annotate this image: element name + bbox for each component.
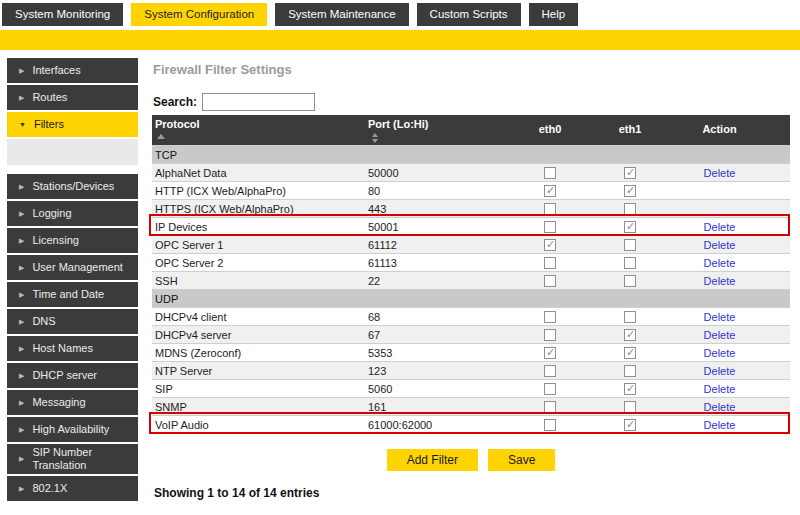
delete-link[interactable]: Delete bbox=[704, 239, 736, 251]
sidebar-nav: ▶Interfaces▶Routes▼Filters▶Stations/Devi… bbox=[7, 58, 138, 503]
sidebar-item-messaging[interactable]: ▶Messaging bbox=[7, 390, 138, 415]
sidebar-item-label: Routes bbox=[32, 91, 67, 104]
button-row: Add Filter Save bbox=[152, 449, 790, 471]
eth1-checkbox[interactable] bbox=[624, 275, 636, 287]
port-cell: 5060 bbox=[365, 380, 510, 398]
eth0-checkbox[interactable] bbox=[544, 383, 556, 395]
table-header-row: Protocol Port (Lo:Hi) eth0 eth1 Action bbox=[152, 115, 790, 146]
column-header-protocol[interactable]: Protocol bbox=[152, 115, 365, 146]
sidebar-item-label: User Management bbox=[32, 261, 123, 274]
eth1-cell bbox=[590, 326, 670, 344]
eth0-checkbox[interactable] bbox=[544, 329, 556, 341]
sidebar-item-stations-devices[interactable]: ▶Stations/Devices bbox=[7, 174, 138, 199]
eth0-checkbox[interactable] bbox=[544, 401, 556, 413]
delete-link[interactable]: Delete bbox=[704, 311, 736, 323]
eth1-checkbox[interactable] bbox=[624, 257, 636, 269]
port-cell: 61000:62000 bbox=[365, 416, 510, 434]
port-cell: 67 bbox=[365, 326, 510, 344]
chevron-right-icon: ▶ bbox=[19, 426, 24, 434]
eth1-checkbox[interactable] bbox=[624, 311, 636, 323]
eth1-checkbox[interactable] bbox=[624, 419, 636, 431]
sidebar-item-label: 802.1X bbox=[32, 482, 67, 495]
eth1-checkbox[interactable] bbox=[624, 347, 636, 359]
eth0-checkbox[interactable] bbox=[544, 221, 556, 233]
eth0-cell bbox=[510, 326, 590, 344]
sidebar-item-label: Filters bbox=[34, 118, 64, 131]
delete-link[interactable]: Delete bbox=[704, 383, 736, 395]
eth0-checkbox[interactable] bbox=[544, 311, 556, 323]
eth0-checkbox[interactable] bbox=[544, 185, 556, 197]
column-header-port-label: Port (Lo:Hi) bbox=[368, 118, 428, 130]
sidebar-item-licensing[interactable]: ▶Licensing bbox=[7, 228, 138, 253]
tab-help[interactable]: Help bbox=[529, 3, 579, 26]
sidebar-item-label: DHCP server bbox=[32, 369, 97, 382]
eth1-checkbox[interactable] bbox=[624, 401, 636, 413]
save-button[interactable]: Save bbox=[488, 449, 555, 471]
eth1-cell bbox=[590, 416, 670, 434]
eth0-checkbox[interactable] bbox=[544, 365, 556, 377]
delete-link[interactable]: Delete bbox=[704, 167, 736, 179]
search-input[interactable] bbox=[202, 93, 315, 111]
tab-system-monitoring[interactable]: System Monitoring bbox=[2, 3, 123, 26]
delete-link[interactable]: Delete bbox=[704, 257, 736, 269]
eth1-cell bbox=[590, 272, 670, 290]
eth0-checkbox[interactable] bbox=[544, 275, 556, 287]
eth1-checkbox[interactable] bbox=[624, 221, 636, 233]
delete-link[interactable]: Delete bbox=[704, 221, 736, 233]
sidebar-item-802-1x[interactable]: ▶802.1X bbox=[7, 476, 138, 501]
delete-link[interactable]: Delete bbox=[704, 329, 736, 341]
action-cell: Delete bbox=[670, 398, 790, 416]
tab-custom-scripts[interactable]: Custom Scripts bbox=[417, 3, 521, 26]
eth1-checkbox[interactable] bbox=[624, 329, 636, 341]
eth0-checkbox[interactable] bbox=[544, 239, 556, 251]
eth1-checkbox[interactable] bbox=[624, 203, 636, 215]
protocol-section-row-tcp: TCP bbox=[152, 146, 790, 164]
filter-row-voip-audio: VoIP Audio61000:62000Delete bbox=[152, 416, 790, 434]
delete-link[interactable]: Delete bbox=[704, 275, 736, 287]
add-filter-button[interactable]: Add Filter bbox=[387, 449, 478, 471]
eth0-checkbox[interactable] bbox=[544, 167, 556, 179]
eth0-checkbox[interactable] bbox=[544, 203, 556, 215]
protocol-cell: SSH bbox=[152, 272, 365, 290]
column-header-port[interactable]: Port (Lo:Hi) bbox=[365, 115, 510, 146]
eth0-checkbox[interactable] bbox=[544, 419, 556, 431]
sidebar-item-label: High Availability bbox=[32, 423, 109, 436]
sidebar-item-user-management[interactable]: ▶User Management bbox=[7, 255, 138, 280]
delete-link[interactable]: Delete bbox=[704, 347, 736, 359]
tab-system-configuration[interactable]: System Configuration bbox=[131, 3, 267, 26]
port-cell: 50000 bbox=[365, 164, 510, 182]
column-header-eth1: eth1 bbox=[590, 115, 670, 146]
filter-row-opc-server-2: OPC Server 261113Delete bbox=[152, 254, 790, 272]
eth1-cell bbox=[590, 218, 670, 236]
eth1-checkbox[interactable] bbox=[624, 185, 636, 197]
sidebar-item-host-names[interactable]: ▶Host Names bbox=[7, 336, 138, 361]
delete-link[interactable]: Delete bbox=[704, 419, 736, 431]
sidebar-item-logging[interactable]: ▶Logging bbox=[7, 201, 138, 226]
protocol-cell: MDNS (Zeroconf) bbox=[152, 344, 365, 362]
eth1-checkbox[interactable] bbox=[624, 365, 636, 377]
eth1-checkbox[interactable] bbox=[624, 167, 636, 179]
eth1-checkbox[interactable] bbox=[624, 383, 636, 395]
protocol-cell: NTP Server bbox=[152, 362, 365, 380]
eth1-checkbox[interactable] bbox=[624, 239, 636, 251]
eth0-cell bbox=[510, 182, 590, 200]
sidebar-item-time-and-date[interactable]: ▶Time and Date bbox=[7, 282, 138, 307]
sidebar-item-high-availability[interactable]: ▶High Availability bbox=[7, 417, 138, 442]
tab-system-maintenance[interactable]: System Maintenance bbox=[275, 3, 408, 26]
sidebar-item-interfaces[interactable]: ▶Interfaces bbox=[7, 58, 138, 83]
sidebar-item-dns[interactable]: ▶DNS bbox=[7, 309, 138, 334]
sidebar-item-label: Messaging bbox=[32, 396, 85, 409]
port-cell: 22 bbox=[365, 272, 510, 290]
sidebar-item-sip-number-translation[interactable]: ▶SIP Number Translation bbox=[7, 444, 138, 474]
port-cell: 80 bbox=[365, 182, 510, 200]
sidebar-item-filters[interactable]: ▼Filters bbox=[7, 112, 138, 137]
sidebar-item-label: SIP Number Translation bbox=[32, 446, 134, 472]
filter-row-ip-devices: IP Devices50001Delete bbox=[152, 218, 790, 236]
eth0-checkbox[interactable] bbox=[544, 257, 556, 269]
sidebar-item-dhcp-server[interactable]: ▶DHCP server bbox=[7, 363, 138, 388]
eth0-checkbox[interactable] bbox=[544, 347, 556, 359]
eth1-cell bbox=[590, 236, 670, 254]
sidebar-item-routes[interactable]: ▶Routes bbox=[7, 85, 138, 110]
delete-link[interactable]: Delete bbox=[704, 401, 736, 413]
delete-link[interactable]: Delete bbox=[704, 365, 736, 377]
